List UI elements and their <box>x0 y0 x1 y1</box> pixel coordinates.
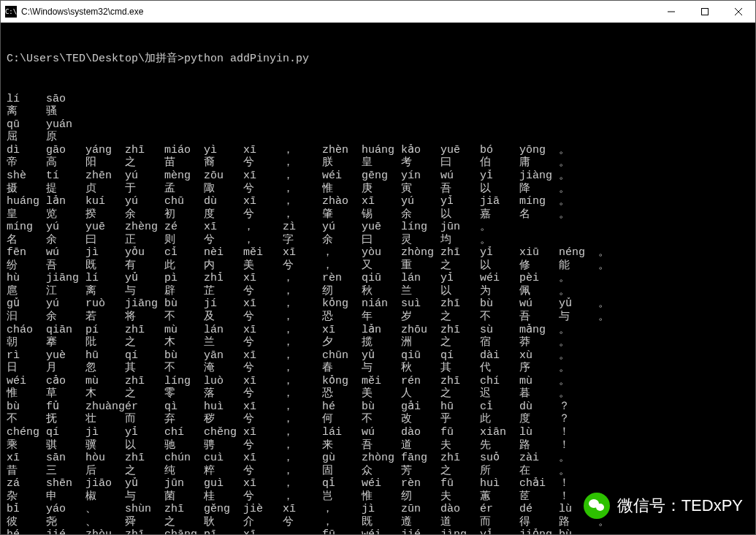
terminal-output[interactable]: C:\Users\TED\Desktop\加拼音>python addPinyi… <box>1 23 755 534</box>
cell: hù <box>7 272 46 285</box>
titlebar[interactable]: C:\ C:\Windows\system32\cmd.exe <box>1 1 755 23</box>
cell: 兮 <box>283 259 322 273</box>
cell: 粹 <box>204 465 243 478</box>
output-row: wéicǎomùzhīlíngluòxī，kǒngměirénzhīchímù。 <box>7 375 749 388</box>
output-row: 纷吾既有此内美兮，又重之以修能。 <box>7 259 749 273</box>
minimize-button[interactable] <box>654 1 688 23</box>
cell: 在 <box>519 465 559 478</box>
output-row: 昔三后之纯粹兮，固众芳之所在。 <box>7 465 749 478</box>
cell: wéi <box>362 477 401 490</box>
cell: 岂 <box>322 490 362 504</box>
output-row: záshēnjiāoyǔjūnguìxī，qǐwéirènfūhuìchǎi！ <box>7 477 749 490</box>
cell: 朕 <box>322 156 362 170</box>
cell: huì <box>480 477 519 490</box>
cell: sān <box>46 452 85 465</box>
cell: 宿 <box>480 336 519 349</box>
cell: 朝 <box>7 336 46 349</box>
output-row: 屈原 <box>7 131 749 144</box>
output-row: 日月忽其不淹兮，春与秋其代序。 <box>7 362 749 375</box>
cell: xī <box>243 426 283 439</box>
cell: mǎng <box>519 324 559 337</box>
cell: 忽 <box>85 362 125 375</box>
cell: 之 <box>440 465 480 478</box>
cell: 汩 <box>7 311 46 324</box>
output-row: 不抚壮而弃秽兮，何不改乎此度？ <box>7 413 749 426</box>
maximize-button[interactable] <box>688 1 722 23</box>
cell: 孟 <box>164 183 204 196</box>
cell: fū <box>322 528 362 534</box>
cell: 春 <box>322 362 362 375</box>
cell: 。 <box>598 311 638 324</box>
wechat-icon <box>584 493 610 519</box>
cell: lù <box>519 426 559 439</box>
cell: zé <box>164 221 204 234</box>
cell: gāo <box>46 144 85 157</box>
cell: ér <box>480 503 519 516</box>
cell: 以 <box>480 183 519 196</box>
cell: 年 <box>362 311 401 324</box>
cell: 遵 <box>401 516 440 529</box>
cell: zhī <box>125 528 164 534</box>
cell: 扈 <box>7 285 46 298</box>
cell: 摄 <box>7 183 46 196</box>
cell: 不 <box>362 413 401 426</box>
cell: 暮 <box>519 387 559 401</box>
close-button[interactable] <box>722 1 755 23</box>
cell: gěng <box>204 503 243 516</box>
output-row: míngyúyuēzhèngzéxī，zìyúyuēlíngjūn。 <box>7 221 749 234</box>
cell: 改 <box>401 413 440 426</box>
cell: jì <box>362 503 401 516</box>
cell: yǔ <box>125 477 164 490</box>
cell: ， <box>283 362 322 375</box>
cell: 苗 <box>164 156 204 170</box>
cell: 兮 <box>283 516 322 529</box>
cell: zhuàng <box>85 401 125 414</box>
cell: ， <box>283 426 322 439</box>
cell: ér <box>125 401 164 414</box>
cell: 惟 <box>322 183 362 196</box>
cell: hū <box>85 349 125 363</box>
cell: 揽 <box>362 336 401 349</box>
cell: yú <box>125 195 164 208</box>
cell: 曰 <box>440 156 480 170</box>
cell: 辟 <box>164 285 204 298</box>
cell: 。 <box>559 375 598 388</box>
cell: xī <box>243 170 283 183</box>
cell: jiāo <box>85 477 125 490</box>
cell: 。 <box>559 349 598 363</box>
cell: lán <box>204 324 243 337</box>
cell: lǎn <box>46 195 85 208</box>
cell: 秋 <box>362 285 401 298</box>
cell: 揆 <box>85 208 125 221</box>
cell: 兰 <box>204 336 243 349</box>
cell: 兮 <box>243 285 283 298</box>
watermark-text: 微信号：TEDxPY <box>617 495 743 517</box>
cell: měi <box>362 375 401 388</box>
cell: 灵 <box>401 234 440 247</box>
cell: 以 <box>125 439 164 452</box>
cell: zhī <box>440 375 480 388</box>
cell: yǐ <box>480 170 519 183</box>
cell: 吾 <box>440 183 480 196</box>
cell: 考 <box>401 156 440 170</box>
cell: 名 <box>519 208 559 221</box>
cell: 。 <box>480 234 519 247</box>
cell: 嘉 <box>480 208 519 221</box>
cell: 。 <box>559 452 598 465</box>
cell: 申 <box>46 490 85 504</box>
cell: 兮 <box>243 183 283 196</box>
cell: jiè <box>243 503 283 516</box>
cell: chāng <box>164 528 204 534</box>
cell: jiǒng <box>519 528 559 534</box>
cell: yáo <box>46 503 85 516</box>
cell: dài <box>480 349 519 363</box>
cell: 屈 <box>7 131 46 144</box>
cell: ， <box>283 144 322 157</box>
output-row: chéngqíjìyǐchíchěngxī，láiwúdàofūxiānlù！ <box>7 426 749 439</box>
cell: 搴 <box>46 336 85 349</box>
cell: zhòng <box>401 246 440 259</box>
output-row: rìyuèhūqíbùyānxī，chūnyǔqiūqídàixù。 <box>7 349 749 363</box>
cell: yú <box>46 221 85 234</box>
cell: 。 <box>480 221 519 234</box>
cell: 壮 <box>85 413 125 426</box>
